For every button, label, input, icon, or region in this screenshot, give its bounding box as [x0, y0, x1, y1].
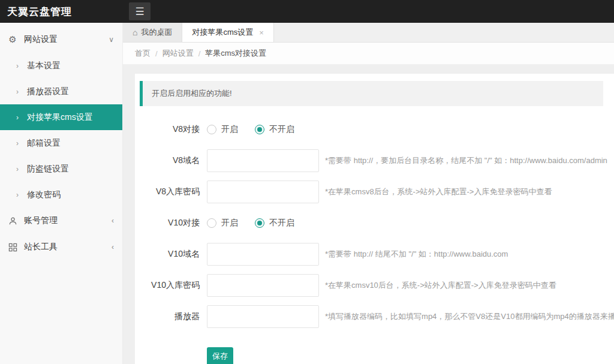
apple-cms-form: V8对接 开启 不开启 V8域名: [140, 118, 603, 364]
gear-icon: ⚙: [7, 34, 18, 45]
hamburger-icon: ☰: [135, 5, 144, 18]
sidebar-item-change-password[interactable]: › 修改密码: [0, 182, 122, 207]
player-input[interactable]: [207, 305, 319, 328]
radio-icon: [255, 125, 264, 134]
v8-password-help: *在苹果cmsv8后台，系统->站外入库配置->入库免登录密码中查看: [325, 186, 552, 197]
sidebar-group-account-management[interactable]: 账号管理 ‹: [0, 207, 122, 234]
radio-label: 开启: [221, 218, 238, 228]
arrow-right-icon: ›: [16, 165, 19, 173]
settings-panel: 开启后启用相应的功能! V8对接 开启 不开启: [135, 74, 614, 364]
arrow-right-icon: ›: [16, 88, 19, 96]
breadcrumb-current: 苹果cms对接设置: [205, 48, 266, 59]
breadcrumb-separator: /: [198, 49, 201, 58]
sidebar-group-webmaster-tools[interactable]: 站长工具 ‹: [0, 234, 122, 260]
v10-domain-input[interactable]: [207, 243, 319, 266]
sidebar-group-site-settings[interactable]: ⚙ 网站设置 ∨: [0, 26, 122, 53]
v10-connect-off-radio[interactable]: 不开启: [255, 218, 294, 228]
v10-domain-label: V10域名: [140, 249, 200, 260]
radio-icon: [207, 125, 216, 134]
tab-label: 我的桌面: [141, 27, 172, 38]
v8-connect-radio-group: 开启 不开启: [207, 124, 311, 135]
v10-password-help: *在苹果cmsv10后台，系统->站外入库配置->入库免登录密码中查看: [325, 280, 556, 291]
v8-password-label: V8入库密码: [140, 186, 200, 197]
player-label: 播放器: [140, 311, 200, 322]
form-row: V10对接 开启 不开启: [140, 212, 603, 234]
v10-connect-label: V10对接: [140, 218, 200, 228]
form-row: V10入库密码 *在苹果cmsv10后台，系统->站外入库配置->入库免登录密码…: [140, 274, 603, 297]
form-row: V8对接 开启 不开启: [140, 118, 603, 141]
sidebar-item-label: 邮箱设置: [27, 138, 61, 149]
app-header: 天翼云盘管理 ☰: [0, 0, 614, 23]
v8-connect-label: V8对接: [140, 124, 200, 135]
v8-password-input[interactable]: [207, 181, 319, 203]
sidebar-item-basic-settings[interactable]: › 基本设置: [0, 53, 122, 79]
sidebar-group-label: 站长工具: [24, 242, 112, 252]
notice-banner: 开启后启用相应的功能!: [140, 81, 603, 106]
home-icon: ⌂: [133, 28, 137, 37]
notice-text: 开启后启用相应的功能!: [152, 88, 232, 99]
v8-connect-on-radio[interactable]: 开启: [207, 124, 238, 135]
v10-password-input[interactable]: [207, 274, 319, 297]
sidebar: ⚙ 网站设置 ∨ › 基本设置 › 播放器设置 › 对接苹果cms设置 › 邮箱…: [0, 23, 123, 364]
v10-connect-on-radio[interactable]: 开启: [207, 218, 238, 228]
radio-label: 开启: [221, 124, 238, 135]
v10-domain-help: *需要带 http:// 结尾不加 "/" 如：http://www.baidu…: [325, 249, 508, 260]
v8-connect-off-radio[interactable]: 不开启: [255, 124, 294, 135]
form-row: V10域名 *需要带 http:// 结尾不加 "/" 如：http://www…: [140, 243, 603, 266]
chevron-left-icon: ‹: [112, 216, 114, 225]
breadcrumb-site-settings[interactable]: 网站设置: [162, 48, 194, 59]
sidebar-item-label: 防盗链设置: [27, 164, 69, 175]
sidebar-item-label: 修改密码: [27, 189, 61, 200]
sidebar-group-label: 网站设置: [24, 34, 109, 45]
close-icon[interactable]: ×: [259, 28, 264, 37]
content-area: 开启后启用相应的功能! V8对接 开启 不开启: [123, 65, 614, 364]
sidebar-item-label: 对接苹果cms设置: [27, 112, 93, 123]
sidebar-group-label: 账号管理: [24, 215, 112, 226]
radio-label: 不开启: [269, 124, 294, 135]
v8-domain-input[interactable]: [207, 149, 319, 172]
save-button[interactable]: 保存: [207, 347, 233, 364]
v10-password-label: V10入库密码: [140, 280, 200, 291]
breadcrumb-separator: /: [155, 49, 158, 58]
tab-bar: ⌂ 我的桌面 对接苹果cms设置 ×: [123, 23, 614, 43]
radio-label: 不开启: [269, 218, 294, 228]
sidebar-item-email-settings[interactable]: › 邮箱设置: [0, 130, 122, 156]
form-row: V8域名 *需要带 http://，要加后台目录名称，结尾不加 "/" 如：ht…: [140, 149, 603, 172]
tab-my-desktop[interactable]: ⌂ 我的桌面: [123, 23, 182, 42]
main-area: ⌂ 我的桌面 对接苹果cms设置 × 首页 / 网站设置 / 苹果cms对接设置…: [123, 23, 614, 364]
breadcrumb: 首页 / 网站设置 / 苹果cms对接设置: [123, 43, 614, 65]
player-help: *填写播放器编码，比如填写mp4，那么不管V8还是V10都用编码为mp4的播放器…: [325, 311, 614, 322]
user-icon: [7, 216, 18, 225]
breadcrumb-home[interactable]: 首页: [135, 48, 151, 59]
arrow-right-icon: ›: [16, 191, 19, 199]
menu-toggle-button[interactable]: ☰: [129, 2, 151, 20]
v10-connect-radio-group: 开启 不开启: [207, 218, 311, 228]
v8-domain-label: V8域名: [140, 155, 200, 166]
form-row: V8入库密码 *在苹果cmsv8后台，系统->站外入库配置->入库免登录密码中查…: [140, 181, 603, 203]
sidebar-item-hotlink-settings[interactable]: › 防盗链设置: [0, 156, 122, 182]
arrow-right-icon: ›: [16, 113, 19, 122]
chevron-down-icon: ∨: [109, 35, 114, 44]
v8-domain-help: *需要带 http://，要加后台目录名称，结尾不加 "/" 如：http://…: [325, 155, 607, 166]
radio-icon: [207, 218, 216, 228]
arrow-right-icon: ›: [16, 62, 19, 70]
form-row: 播放器 *填写播放器编码，比如填写mp4，那么不管V8还是V10都用编码为mp4…: [140, 305, 603, 328]
app-title: 天翼云盘管理: [0, 5, 123, 19]
sidebar-item-label: 基本设置: [27, 61, 61, 71]
sidebar-item-apple-cms-settings[interactable]: › 对接苹果cms设置: [0, 104, 122, 130]
sidebar-item-label: 播放器设置: [27, 86, 69, 97]
sidebar-item-player-settings[interactable]: › 播放器设置: [0, 79, 122, 104]
grid-icon: [7, 243, 18, 252]
radio-icon: [255, 218, 264, 228]
arrow-right-icon: ›: [16, 139, 19, 148]
tab-apple-cms-settings[interactable]: 对接苹果cms设置 ×: [182, 23, 273, 42]
tab-label: 对接苹果cms设置: [192, 27, 253, 38]
chevron-left-icon: ‹: [112, 243, 114, 251]
